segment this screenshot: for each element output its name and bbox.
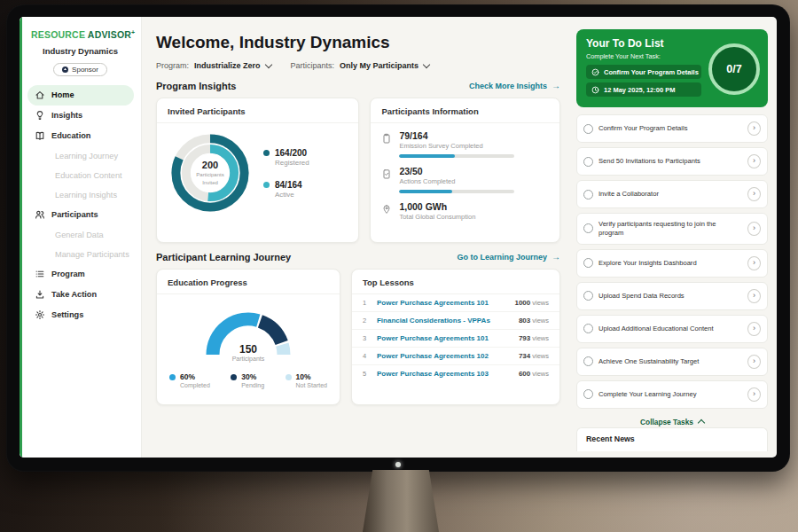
education-progress-card: Education Progress 150 Participants	[156, 269, 340, 405]
clock-icon	[591, 86, 599, 94]
sidebar-item-insights[interactable]: Insights	[27, 106, 134, 126]
gauge-legend: 60% Completed 30% Pending	[157, 362, 340, 388]
checkbox-icon[interactable]	[583, 157, 593, 167]
sidebar-item-participants[interactable]: Participants	[27, 205, 134, 225]
todo-panel: Your To Do List Complete Your Next Task:…	[573, 17, 777, 458]
sidebar-item-take-action[interactable]: Take Action	[27, 285, 134, 305]
download-icon	[35, 289, 45, 300]
task-upload-educational-content[interactable]: Upload Additional Educational Content ›	[576, 315, 768, 343]
todo-subtitle: Complete Your Next Task:	[586, 52, 701, 60]
book-icon	[35, 130, 45, 141]
task-explore-insights[interactable]: Explore Your Insights Dashboard ›	[576, 249, 768, 278]
todo-summary-card: Your To Do List Complete Your Next Task:…	[576, 29, 768, 107]
program-label: Program:	[156, 61, 189, 70]
lesson-link[interactable]: Power Purchase Agreements 102	[377, 352, 512, 360]
app-logo: RESOURCE ADVISOR+	[20, 17, 141, 40]
task-achieve-sustainability-target[interactable]: Achieve One Sustainability Target ›	[576, 348, 768, 376]
location-pin-icon	[381, 203, 392, 215]
nav-label: Settings	[51, 310, 83, 319]
arrow-right-icon: →	[552, 82, 560, 90]
checkbox-icon[interactable]	[583, 324, 593, 333]
task-complete-learning-journey[interactable]: Complete Your Learning Journey ›	[576, 380, 768, 409]
task-invite-collaborator[interactable]: Invite a Collaborator ›	[576, 180, 768, 208]
lesson-link[interactable]: Financial Considerations - VPPAs	[377, 317, 512, 325]
sidebar-item-manage-participants[interactable]: Manage Participants	[27, 245, 134, 264]
task-upload-spend-data[interactable]: Upload Spend Data Records ›	[576, 282, 768, 310]
sidebar-item-education-content[interactable]: Education Content	[27, 166, 134, 185]
gauge-center-value: 150	[195, 343, 301, 356]
lesson-row: 5 Power Purchase Agreements 103 600views	[352, 365, 559, 382]
checkbox-icon[interactable]	[583, 223, 593, 233]
sidebar-item-learning-journey[interactable]: Learning Journey	[27, 146, 134, 166]
chevron-right-icon[interactable]: ›	[747, 387, 761, 402]
chevron-down-icon	[423, 61, 430, 68]
logo-resource: RESOURCE	[31, 29, 85, 40]
checkbox-icon[interactable]	[583, 389, 593, 399]
dashboard-screen: RESOURCE ADVISOR+ Industry Dynamics Spon…	[20, 17, 777, 458]
sidebar-item-home[interactable]: Home	[27, 85, 134, 106]
sidebar: RESOURCE ADVISOR+ Industry Dynamics Spon…	[20, 17, 142, 458]
actions-completed-progressbar	[399, 190, 514, 193]
check-circle-icon	[591, 68, 599, 76]
nav-label: General Data	[55, 231, 104, 239]
legend-dot	[169, 374, 176, 380]
lesson-link[interactable]: Power Purchase Agreements 103	[377, 370, 512, 378]
sidebar-item-program[interactable]: Program	[27, 264, 134, 285]
nav-label: Manage Participants	[55, 250, 129, 259]
page-title: Welcome, Industry Dynamics	[156, 33, 560, 52]
legend-dot	[263, 150, 270, 156]
chevron-right-icon[interactable]: ›	[747, 154, 761, 168]
legend-dot	[231, 374, 237, 380]
nav-label: Take Action	[51, 290, 97, 299]
checkbox-icon[interactable]	[583, 124, 593, 134]
checkbox-icon[interactable]	[583, 190, 593, 200]
chevron-right-icon[interactable]: ›	[747, 289, 761, 303]
donut-center-label: Participants Invited	[192, 171, 229, 185]
program-insights-header-row: Program Insights Check More Insights →	[156, 81, 560, 91]
legend-dot	[286, 374, 292, 380]
sidebar-nav: Home Insights Education Learning Journey	[20, 82, 141, 325]
go-to-learning-journey-link[interactable]: Go to Learning Journey →	[457, 253, 560, 262]
chevron-right-icon[interactable]: ›	[747, 322, 761, 336]
collapse-tasks-button[interactable]: Collapse Tasks	[635, 417, 709, 427]
participants-select[interactable]: Only My Participants	[340, 61, 429, 70]
check-more-insights-link[interactable]: Check More Insights →	[469, 82, 560, 90]
chevron-down-icon	[264, 61, 271, 68]
chevron-right-icon[interactable]: ›	[747, 187, 761, 201]
checkbox-icon[interactable]	[583, 291, 593, 301]
nav-label: Learning Insights	[55, 191, 117, 200]
sidebar-item-education[interactable]: Education	[27, 126, 134, 146]
nav-label: Education Content	[55, 171, 122, 180]
lesson-link[interactable]: Power Purchase Agreements 101	[377, 299, 507, 307]
todo-task-list: Confirm Your Program Details › Send 50 I…	[576, 114, 768, 409]
next-task-time-strip: 12 May 2025, 12:00 PM	[586, 82, 701, 97]
program-insights-heading: Program Insights	[156, 81, 236, 91]
chevron-up-icon	[698, 419, 705, 426]
lesson-link[interactable]: Power Purchase Agreements 101	[377, 334, 512, 342]
stat-emission-survey: 79/164 Emission Survey Completed	[371, 123, 559, 159]
chevron-right-icon[interactable]: ›	[747, 121, 761, 136]
card-title: Invited Participants	[157, 98, 358, 123]
program-select[interactable]: Industrialize Zero	[194, 61, 271, 70]
chevron-right-icon[interactable]: ›	[747, 256, 761, 270]
list-icon	[35, 269, 45, 279]
sidebar-item-learning-insights[interactable]: Learning Insights	[27, 185, 134, 205]
checkbox-icon[interactable]	[583, 356, 593, 366]
card-title: Participants Information	[371, 98, 559, 123]
todo-progress-ring: 0/7	[708, 43, 760, 95]
task-send-invitations[interactable]: Send 50 Invitations to Participants ›	[576, 147, 768, 176]
checkbox-icon[interactable]	[583, 258, 593, 268]
chevron-right-icon[interactable]: ›	[747, 355, 761, 369]
lesson-row: 3 Power Purchase Agreements 101 793views	[352, 330, 559, 348]
task-confirm-program-details[interactable]: Confirm Your Program Details ›	[576, 114, 768, 143]
task-verify-participants[interactable]: Verify participants requesting to join t…	[576, 213, 768, 245]
next-task-strip[interactable]: Confirm Your Program Details	[586, 65, 701, 79]
sidebar-item-general-data[interactable]: General Data	[27, 225, 134, 245]
legend-not-started: 10% Not Started	[286, 372, 327, 388]
monitor-bezel: RESOURCE ADVISOR+ Industry Dynamics Spon…	[6, 4, 790, 472]
chevron-right-icon[interactable]: ›	[747, 222, 761, 236]
sidebar-item-settings[interactable]: Settings	[27, 305, 134, 325]
legend-completed: 60% Completed	[169, 372, 210, 388]
card-title: Top Lessons	[352, 270, 559, 294]
lesson-row: 1 Power Purchase Agreements 101 1000view…	[352, 294, 559, 312]
